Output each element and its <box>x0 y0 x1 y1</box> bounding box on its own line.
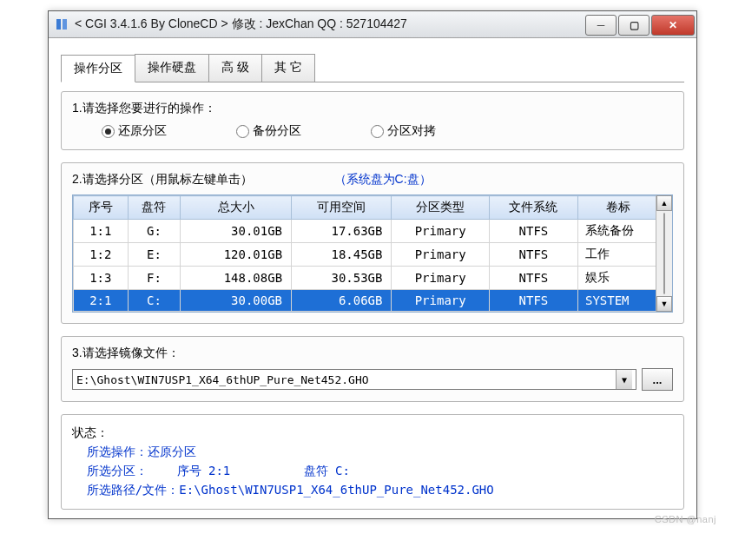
watermark: CSDN @nanj <box>655 514 716 524</box>
col-index[interactable]: 序号 <box>74 196 129 220</box>
scroll-up-icon[interactable]: ▲ <box>656 195 672 211</box>
app-icon <box>54 16 69 32</box>
status-operation: 所选操作：还原分区 <box>72 445 673 460</box>
table-row[interactable]: 1:1G: 30.01GB17.63GB PrimaryNTFS 系统备份 <box>74 220 672 243</box>
partition-table-wrap: 序号 盘符 总大小 可用空间 分区类型 文件系统 卷标 1:1G: 30.01G… <box>72 194 673 313</box>
partition-table[interactable]: 序号 盘符 总大小 可用空间 分区类型 文件系统 卷标 1:1G: 30.01G… <box>73 195 672 312</box>
table-row[interactable]: 1:2E: 120.01GB18.45GB PrimaryNTFS 工作 <box>74 243 672 267</box>
col-type[interactable]: 分区类型 <box>392 196 489 220</box>
group-operation: 1.请选择您要进行的操作： 还原分区 备份分区 分区对拷 <box>61 91 684 150</box>
radio-dot-icon <box>371 125 384 138</box>
tabbar: 操作分区 操作硬盘 高 级 其 它 <box>61 54 684 82</box>
image-label: 3.请选择镜像文件： <box>72 346 673 361</box>
status-path: 所选路径/文件：E:\Ghost\WIN7USP1_X64_6thUP_Pure… <box>72 483 673 498</box>
minimize-button[interactable]: ─ <box>585 15 617 36</box>
tab-disk[interactable]: 操作硬盘 <box>135 54 209 82</box>
col-total[interactable]: 总大小 <box>181 196 292 220</box>
browse-button[interactable]: ... <box>642 368 673 391</box>
svg-rect-1 <box>63 19 67 30</box>
close-button[interactable]: ✕ <box>651 15 695 36</box>
scroll-down-icon[interactable]: ▼ <box>656 296 672 312</box>
status-title: 状态： <box>72 425 673 441</box>
radio-backup[interactable]: 备份分区 <box>236 123 301 139</box>
image-path-combo[interactable]: E:\Ghost\WIN7USP1_X64_6thUP_Pure_Net452.… <box>72 369 636 390</box>
radio-restore-label: 还原分区 <box>118 123 167 139</box>
group-partition: 2.请选择分区（用鼠标左键单击） （系统盘为C:盘） 序号 盘符 总大小 可用空… <box>61 162 684 324</box>
operation-label: 1.请选择您要进行的操作： <box>72 101 673 116</box>
svg-rect-0 <box>56 19 61 30</box>
partition-label: 2.请选择分区（用鼠标左键单击） （系统盘为C:盘） <box>72 172 673 188</box>
col-fs[interactable]: 文件系统 <box>489 196 577 220</box>
window-title: < CGI 3.4.1.6 By CloneCD > 修改 : JexChan … <box>75 16 585 32</box>
status-panel: 状态： 所选操作：还原分区 所选分区： 序号 2:1 盘符 C: 所选路径/文件… <box>61 414 684 510</box>
radio-clone-label: 分区对拷 <box>387 123 436 139</box>
table-row-selected[interactable]: 2:1C: 30.00GB6.06GB PrimaryNTFS SYSTEM <box>74 290 672 312</box>
radio-dot-icon <box>102 125 115 138</box>
system-disk-hint: （系统盘为C:盘） <box>334 172 432 186</box>
tab-other[interactable]: 其 它 <box>261 54 315 82</box>
radio-clone[interactable]: 分区对拷 <box>371 123 436 139</box>
image-path-value: E:\Ghost\WIN7USP1_X64_6thUP_Pure_Net452.… <box>76 373 369 386</box>
vertical-scrollbar[interactable]: ▲ ▼ <box>656 195 672 312</box>
tab-advanced[interactable]: 高 级 <box>208 54 262 82</box>
app-window: < CGI 3.4.1.6 By CloneCD > 修改 : JexChan … <box>48 10 697 519</box>
status-partition: 所选分区： 序号 2:1 盘符 C: <box>72 464 673 479</box>
dropdown-icon[interactable]: ▼ <box>616 370 632 389</box>
scroll-thumb[interactable] <box>663 213 665 294</box>
radio-dot-icon <box>236 125 249 138</box>
col-free[interactable]: 可用空间 <box>292 196 392 220</box>
table-row[interactable]: 1:3F: 148.08GB30.53GB PrimaryNTFS 娱乐 <box>74 267 672 290</box>
radio-restore[interactable]: 还原分区 <box>102 123 167 139</box>
tab-partition[interactable]: 操作分区 <box>61 55 135 82</box>
group-image: 3.请选择镜像文件： E:\Ghost\WIN7USP1_X64_6thUP_P… <box>61 336 684 402</box>
maximize-button[interactable]: ▢ <box>618 15 650 36</box>
titlebar[interactable]: < CGI 3.4.1.6 By CloneCD > 修改 : JexChan … <box>49 11 696 38</box>
radio-backup-label: 备份分区 <box>253 123 301 139</box>
col-drive[interactable]: 盘符 <box>128 196 181 220</box>
